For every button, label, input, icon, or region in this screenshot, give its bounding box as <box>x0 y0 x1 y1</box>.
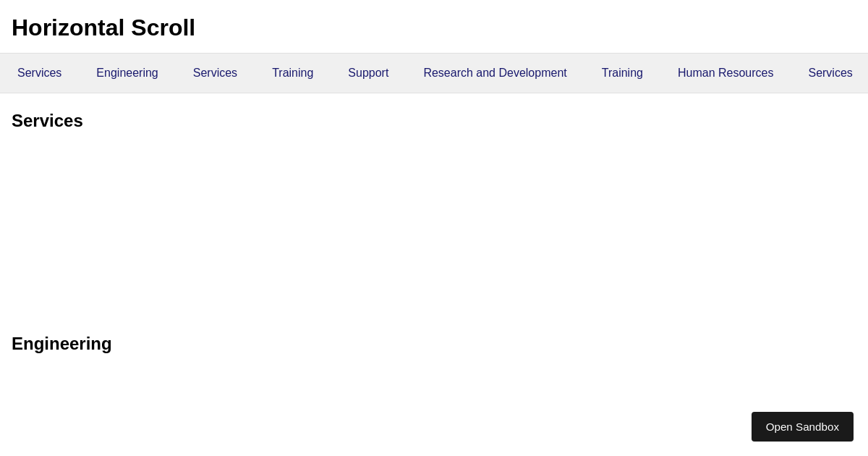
nav-item-engineering[interactable]: Engineering <box>79 54 175 93</box>
nav-item-training-2[interactable]: Training <box>584 54 660 93</box>
nav-item-training-1[interactable]: Training <box>255 54 331 93</box>
section-services-title: Services <box>12 111 856 131</box>
open-sandbox-button[interactable]: Open Sandbox <box>752 412 854 442</box>
nav-item-hr[interactable]: Human Resources <box>660 54 791 93</box>
page-title: Horizontal Scroll <box>0 0 868 53</box>
nav-item-services-1[interactable]: Services <box>0 54 79 93</box>
engineering-section: Engineering <box>12 334 856 354</box>
nav-item-support[interactable]: Support <box>331 54 406 93</box>
nav-item-services-2[interactable]: Services <box>176 54 255 93</box>
main-content: Services Engineering <box>0 93 868 383</box>
nav-item-research[interactable]: Research and Development <box>406 54 584 93</box>
nav-item-services-3[interactable]: Services <box>791 54 868 93</box>
section-engineering-title: Engineering <box>12 334 856 354</box>
nav-bar: Services Engineering Services Training S… <box>0 53 868 93</box>
